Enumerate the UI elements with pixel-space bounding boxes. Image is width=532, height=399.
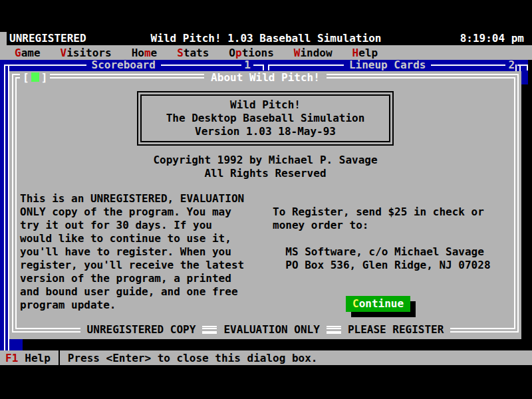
status-bar-divider [59,350,60,365]
f1-key-label[interactable]: F1 [5,352,18,364]
copyright-block: Copyright 1992 by Michael P. Savage All … [9,154,521,180]
menu-item-options[interactable]: Options [229,47,273,59]
window-border-line [4,65,5,350]
program-name: Wild Pitch! [146,98,385,112]
menu-hotkey: W [294,47,301,59]
menu-label: tats [184,47,209,59]
continue-button-label: ontinue [359,297,404,310]
window-number: 1 [241,60,253,70]
program-info-box: Wild Pitch! The Desktop Baseball Simulat… [137,91,394,146]
copyright-line: Copyright 1992 by Michael P. Savage [9,154,521,167]
menu-label: isitors [66,47,111,59]
program-info-inner: Wild Pitch! The Desktop Baseball Simulat… [140,94,390,142]
menu-label: tions [242,47,274,59]
window-border-line [253,65,263,66]
license-text-line: version of the program, a printed [20,272,244,285]
close-button[interactable]: [ ] [20,71,50,83]
menu-hotkey: G [15,47,21,59]
footer-phrase: UNREGISTERED COPY [80,323,203,336]
dialog-title-row: About Wild Pitch! [9,71,521,83]
title-bar: UNREGISTERED Wild Pitch! 1.03 Baseball S… [0,32,532,45]
window-border-corner [263,65,264,70]
window-caption-row: Scoreboard 1 Lineup Cards 2 [0,60,532,70]
dialog-footer: UNREGISTERED COPY EVALUATION ONLY PLEASE… [29,323,501,336]
register-info-line: money order to: [273,219,491,232]
continue-button-hotkey: C [352,297,359,310]
menu-item-window[interactable]: Window [294,47,332,59]
footer-phrase: PLEASE REGISTER [341,323,451,336]
menu-label: elp [358,47,378,59]
register-info-line [273,232,491,245]
window-caption-lineup-cards[interactable]: Lineup Cards 2 [268,60,528,70]
app-title: Wild Pitch! 1.03 Baseball Simulation [0,32,532,45]
menu-label: indow [300,47,332,59]
status-bar: F1 Help Press <Enter> to close this dial… [0,350,532,365]
dialog-title: About Wild Pitch! [204,72,327,84]
menu-item-stats[interactable]: Stats [177,47,209,59]
register-info-line: To Register, send $25 in check or [273,205,491,219]
license-text-line: would like to continue to use it, [20,232,244,245]
menu-item-visitors[interactable]: Visitors [61,47,112,59]
menu-label: O [229,47,235,59]
f1-help-label[interactable]: Help [25,352,51,364]
license-text-line: ONLY copy of the program. You may [20,205,244,219]
menu-item-home[interactable]: Home [132,47,158,59]
about-dialog: About Wild Pitch! [ ] Wild Pitch! The De… [9,71,521,339]
dos-screen: { "colors": { "desktop_blue": "#0000A8",… [0,0,532,399]
window-title: Lineup Cards [344,60,432,70]
window-border-line [161,65,242,66]
close-bracket-right: ] [41,71,48,84]
register-info-block: To Register, send $25 in check or money … [273,205,491,272]
window-caption-scoreboard[interactable]: Scoreboard 1 [4,60,264,70]
screen-edge [528,60,532,84]
menu-hotkey: m [144,47,151,59]
license-text-block: This is an UNREGISTERED, EVALUATION ONLY… [20,192,244,312]
footer-phrase: EVALUATION ONLY [217,323,327,336]
license-text-line: you'll have to register. When you [20,245,244,259]
license-text-line: and bound user guide, and one free [20,285,244,299]
copyright-line: All Rights Reserved [9,167,521,180]
close-bracket-left: [ [23,71,29,84]
footer-border-segment [327,326,341,334]
menu-item-help[interactable]: Help [352,47,378,59]
menu-hotkey: H [352,47,359,59]
license-text-line: try it out for 30 days. If you [20,219,244,232]
window-title: Scoreboard [86,60,161,70]
menu-item-game[interactable]: Game [15,47,41,59]
menu-label: e [151,47,158,59]
register-info-line: PO Box 536, Glen Ridge, NJ 07028 [273,259,491,272]
menu-hotkey: S [177,47,184,59]
menu-label: Ho [132,47,144,59]
register-info-line: MS Software, c/o Michael Savage [273,245,491,259]
license-text-line: program update. [20,299,244,312]
license-text-line: register, you'll receive the latest [20,259,244,272]
program-subtitle: The Desktop Baseball Simulation [146,112,385,125]
close-box-icon [31,72,39,82]
menu-label: ame [21,47,41,59]
continue-button[interactable]: Continue [346,296,410,312]
clock: 8:19:04 pm [460,32,524,45]
menu-hotkey: V [61,47,67,59]
menu-hotkey: p [235,47,242,59]
window-border-line [269,65,344,66]
window-border-line [5,65,86,66]
window-border-line [431,65,505,66]
footer-border-segment [202,326,217,334]
program-version: Version 1.03 18-May-93 [146,125,385,138]
license-text-line: This is an UNREGISTERED, EVALUATION [20,192,244,205]
menu-bar: Game Visitors Home Stats Options Window … [0,45,532,60]
status-message: Press <Enter> to close this dialog box. [68,352,318,364]
